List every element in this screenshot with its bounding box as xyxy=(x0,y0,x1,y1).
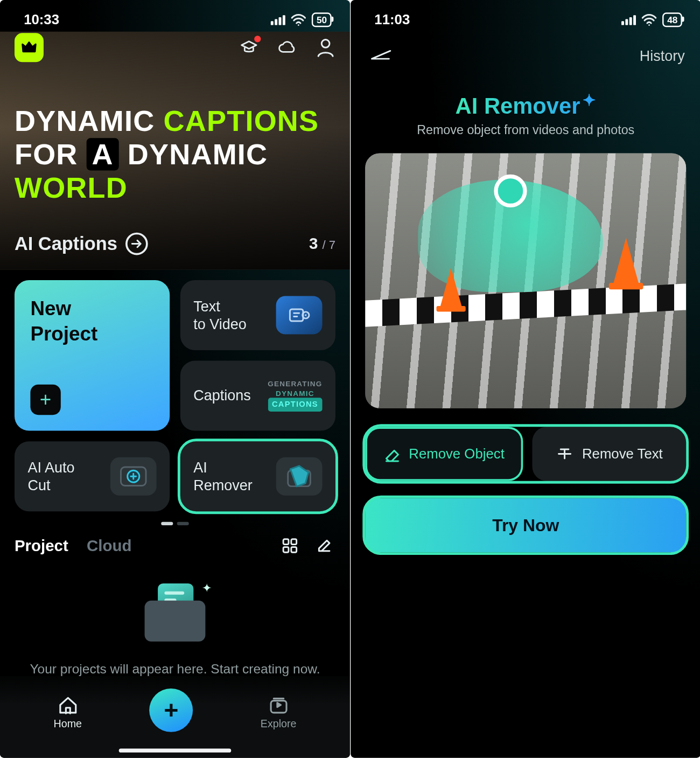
edit-icon[interactable] xyxy=(313,534,335,557)
carousel-feature-link[interactable]: AI Captions xyxy=(15,233,148,255)
home-icon xyxy=(57,696,79,715)
status-time: 11:03 xyxy=(374,12,410,27)
explore-icon xyxy=(267,696,290,715)
history-link[interactable]: History xyxy=(640,47,685,65)
eraser-icon xyxy=(384,446,401,463)
text-strike-icon xyxy=(556,446,574,462)
brush-cursor-icon xyxy=(494,175,527,207)
bottom-nav: Home + Explore xyxy=(0,676,350,758)
academy-icon[interactable] xyxy=(239,38,259,58)
premium-badge[interactable] xyxy=(15,33,44,62)
wifi-icon xyxy=(291,13,306,27)
ai-remover-icon xyxy=(276,457,323,496)
hero-banner[interactable]: DYNAMIC CAPTIONS FOR A DYNAMIC WORLD AI … xyxy=(0,32,350,270)
home-screen: 10:33 50 xyxy=(0,0,350,758)
cellular-icon xyxy=(622,15,636,25)
profile-icon[interactable] xyxy=(316,38,335,58)
tab-cloud[interactable]: Cloud xyxy=(87,537,131,555)
wifi-icon xyxy=(641,13,657,27)
status-time: 10:33 xyxy=(24,12,59,27)
ai-auto-cut-card[interactable]: AI Auto Cut xyxy=(15,441,170,511)
project-tabs: Project Cloud xyxy=(15,537,132,555)
sparkle-icon: ✦ xyxy=(583,91,596,109)
arrow-right-icon xyxy=(125,233,148,255)
ai-remover-card[interactable]: AI Remover xyxy=(180,441,335,511)
page-title-block: AI Remover✦ Remove object from videos an… xyxy=(351,91,700,137)
svg-rect-7 xyxy=(291,539,297,545)
text-to-video-card[interactable]: Text to Video xyxy=(180,280,335,350)
svg-rect-9 xyxy=(291,547,297,552)
hero-headline: DYNAMIC CAPTIONS FOR A DYNAMIC WORLD xyxy=(15,105,335,205)
nav-explore[interactable]: Explore xyxy=(261,696,297,730)
cone-icon xyxy=(613,238,639,286)
preview-image[interactable] xyxy=(365,154,686,408)
battery-icon: 50 xyxy=(312,12,331,27)
status-icons: 50 xyxy=(271,12,331,27)
svg-rect-8 xyxy=(283,547,289,552)
back-button[interactable] xyxy=(367,45,393,67)
folder-icon: ✦ xyxy=(145,589,206,642)
status-bar: 10:33 50 xyxy=(0,0,350,32)
empty-state-message: Your projects will appear here. Start cr… xyxy=(15,662,335,677)
cone-icon xyxy=(440,268,463,309)
nav-home[interactable]: Home xyxy=(54,696,82,730)
page-title: AI Remover xyxy=(456,93,580,119)
projects-empty-state: ✦ Your projects will appear here. Start … xyxy=(0,561,350,694)
notification-dot-icon xyxy=(254,36,261,42)
captions-badge: GENERATING DYNAMIC CAPTIONS xyxy=(268,380,322,412)
text-to-video-icon xyxy=(276,296,323,334)
nav-create-button[interactable]: + xyxy=(149,689,193,732)
svg-rect-1 xyxy=(290,309,303,321)
remove-text-button[interactable]: Remove Text xyxy=(532,427,686,482)
svg-point-0 xyxy=(321,40,330,48)
try-now-button[interactable]: Try Now xyxy=(365,498,686,553)
remove-object-button[interactable]: Remove Object xyxy=(365,427,523,482)
cloud-icon[interactable] xyxy=(277,38,297,58)
new-project-card[interactable]: New Project + xyxy=(15,280,170,431)
feature-cards-grid: New Project + Text to Video Captions GEN… xyxy=(0,269,350,519)
grid-view-icon[interactable] xyxy=(279,534,302,557)
home-indicator xyxy=(119,749,231,753)
ai-remover-screen: 11:03 48 History AI Remover✦ Remove obje… xyxy=(351,0,700,758)
status-icons: 48 xyxy=(622,12,682,27)
ai-auto-cut-icon xyxy=(110,457,157,496)
carousel-counter: 3 / 7 xyxy=(309,234,335,253)
tab-project[interactable]: Project xyxy=(15,537,68,555)
plus-icon: + xyxy=(30,385,60,415)
battery-icon: 48 xyxy=(663,12,682,27)
page-subtitle: Remove object from videos and photos xyxy=(351,123,700,138)
cards-pagination xyxy=(0,519,350,531)
svg-rect-6 xyxy=(283,539,289,545)
status-bar: 11:03 48 xyxy=(351,0,700,32)
captions-card[interactable]: Captions GENERATING DYNAMIC CAPTIONS xyxy=(180,361,335,431)
cellular-icon xyxy=(271,15,285,25)
